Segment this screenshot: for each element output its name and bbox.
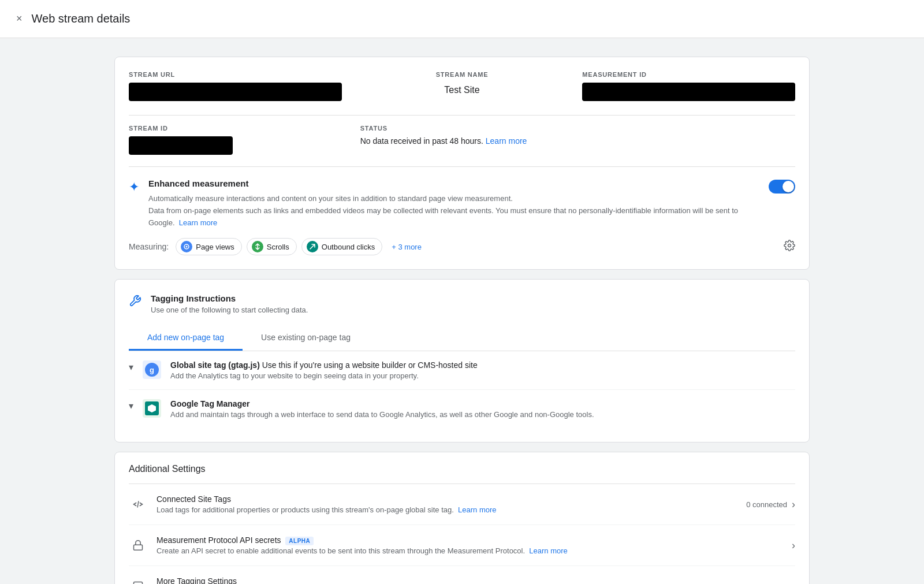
chip-outbound-clicks[interactable]: Outbound clicks [301, 238, 383, 255]
chip-page-views-label: Page views [196, 243, 234, 251]
connected-site-tags-desc: Load tags for additional properties or p… [157, 505, 737, 514]
measurement-protocol-item[interactable]: Measurement Protocol API secrets ALPHA C… [129, 525, 795, 566]
page-title: Web stream details [32, 12, 131, 25]
gtag-chevron-icon: ▾ [129, 362, 133, 373]
measurement-protocol-link[interactable]: Learn more [529, 546, 567, 555]
tagging-desc: Use one of the following to start collec… [151, 306, 308, 314]
tagging-title: Tagging Instructions [151, 293, 308, 303]
connected-site-tags-icon [129, 499, 147, 510]
divider-1 [129, 166, 795, 167]
page-header: × Web stream details [0, 0, 924, 38]
stream-info-grid: STREAM URL STREAM NAME Test Site MEASURE… [129, 71, 795, 101]
content-wrapper: STREAM URL STREAM NAME Test Site MEASURE… [87, 38, 837, 584]
page-views-icon [181, 241, 192, 252]
gtag-option[interactable]: ▾ g Global site tag (gtag.js) Use this i… [129, 351, 795, 390]
enhanced-measurement-section: ✦ Enhanced measurement Automatically mea… [129, 178, 795, 229]
enhanced-measurement-content: Enhanced measurement Automatically measu… [148, 178, 759, 229]
gtm-option-desc: Add and maintain tags through a web inte… [170, 410, 594, 419]
chip-scrolls[interactable]: Scrolls [247, 238, 297, 255]
svg-point-1 [186, 246, 188, 248]
tab-add-new[interactable]: Add new on-page tag [129, 326, 243, 351]
chip-page-views[interactable]: Page views [176, 238, 241, 255]
gtm-chevron-icon: ▾ [129, 400, 133, 411]
measurement-id-label: MEASUREMENT ID [582, 71, 795, 78]
more-tagging-right: › [792, 581, 795, 584]
svg-point-2 [788, 244, 791, 247]
gtm-option-title: Google Tag Manager [170, 399, 594, 408]
connected-site-tags-title: Connected Site Tags [157, 494, 737, 504]
scrolls-icon [252, 241, 263, 252]
stream-info-row2: STREAM ID STATUS No data received in pas… [129, 115, 795, 155]
measurement-protocol-icon [129, 540, 147, 551]
gtm-badge [143, 399, 161, 418]
outbound-clicks-icon [307, 241, 318, 252]
status-label: STATUS [360, 125, 795, 132]
status-field: STATUS No data received in past 48 hours… [360, 125, 795, 155]
tagging-instructions-card: Tagging Instructions Use one of the foll… [114, 279, 810, 442]
measuring-label: Measuring: [129, 242, 169, 251]
gtag-option-text: Global site tag (gtag.js) Use this if yo… [170, 360, 478, 380]
measurement-id-value [582, 83, 795, 101]
connected-site-tags-right: 0 connected › [746, 499, 795, 511]
gtm-option[interactable]: ▾ Google Tag Manager Add and maintain ta… [129, 390, 795, 428]
gtm-option-text: Google Tag Manager Add and maintain tags… [170, 399, 594, 419]
more-tagging-chevron-icon: › [792, 581, 795, 584]
status-text: No data received in past 48 hours. Learn… [360, 136, 795, 146]
connected-site-tags-text: Connected Site Tags Load tags for additi… [157, 494, 737, 514]
close-button[interactable]: × [14, 10, 25, 27]
connected-site-tags-item[interactable]: Connected Site Tags Load tags for additi… [129, 484, 795, 525]
additional-settings-title: Additional Settings [129, 464, 795, 474]
tagging-section: Tagging Instructions Use one of the foll… [129, 293, 795, 314]
stream-name-label: STREAM NAME [356, 71, 569, 78]
tabs-row: Add new on-page tag Use existing on-page… [129, 326, 795, 351]
measurement-protocol-desc: Create an API secret to enable additiona… [157, 546, 783, 555]
measurement-protocol-chevron-icon: › [792, 540, 795, 552]
gtag-badge: g [143, 360, 161, 379]
status-learn-more-link[interactable]: Learn more [486, 136, 527, 146]
toggle-track [769, 180, 795, 194]
enhanced-measurement-toggle[interactable] [769, 180, 795, 195]
enhanced-measurement-desc1: Automatically measure interactions and c… [148, 193, 759, 205]
tab-use-existing[interactable]: Use existing on-page tag [243, 326, 369, 351]
more-tagging-icon [129, 581, 147, 584]
stream-name-value: Test Site [356, 83, 569, 95]
svg-marker-3 [148, 404, 156, 412]
connected-count: 0 connected [746, 500, 787, 509]
toggle-label[interactable] [769, 180, 795, 194]
stream-url-value [129, 83, 342, 101]
additional-settings-header: Additional Settings [129, 464, 795, 484]
tagging-text: Tagging Instructions Use one of the foll… [151, 293, 308, 314]
stream-name-field: STREAM NAME Test Site [356, 71, 569, 101]
measurement-protocol-right: › [792, 540, 795, 552]
more-chips-link[interactable]: + 3 more [387, 240, 426, 254]
connected-site-tags-link[interactable]: Learn more [458, 505, 496, 514]
more-tagging-text: More Tagging Settings Configure client-s… [157, 576, 783, 584]
enhanced-measurement-title: Enhanced measurement [148, 178, 759, 188]
chip-scrolls-label: Scrolls [267, 243, 289, 251]
sparkle-icon: ✦ [129, 180, 139, 195]
enhanced-learn-more-link[interactable]: Learn more [179, 218, 217, 227]
measurement-id-field: MEASUREMENT ID [582, 71, 795, 101]
toggle-thumb [783, 181, 794, 192]
tag-options-list: ▾ g Global site tag (gtag.js) Use this i… [129, 351, 795, 428]
measuring-row: Measuring: Page views Scrolls Outbound c… [129, 238, 795, 255]
gtm-badge-inner [145, 401, 159, 415]
chip-outbound-clicks-label: Outbound clicks [322, 243, 375, 251]
stream-info-card: STREAM URL STREAM NAME Test Site MEASURE… [114, 57, 810, 270]
svg-rect-4 [134, 545, 143, 550]
gtag-option-desc: Add the Analytics tag to your website to… [170, 371, 478, 380]
gtag-option-title: Global site tag (gtag.js) Use this if yo… [170, 360, 478, 370]
connected-site-tags-chevron-icon: › [792, 499, 795, 511]
more-tagging-title: More Tagging Settings [157, 576, 783, 584]
additional-settings-card: Additional Settings Connected Site Tags … [114, 452, 810, 584]
stream-id-field: STREAM ID [129, 125, 346, 155]
wrench-icon [129, 295, 141, 311]
stream-id-label: STREAM ID [129, 125, 346, 132]
gear-icon[interactable] [784, 240, 795, 254]
stream-url-field: STREAM URL [129, 71, 342, 101]
enhanced-measurement-desc2: Data from on-page elements such as links… [148, 205, 759, 229]
measurement-protocol-title: Measurement Protocol API secrets ALPHA [157, 535, 783, 545]
more-tagging-item[interactable]: More Tagging Settings Configure client-s… [129, 566, 795, 584]
gtag-badge-letter: g [145, 363, 159, 377]
stream-id-value [129, 136, 233, 155]
